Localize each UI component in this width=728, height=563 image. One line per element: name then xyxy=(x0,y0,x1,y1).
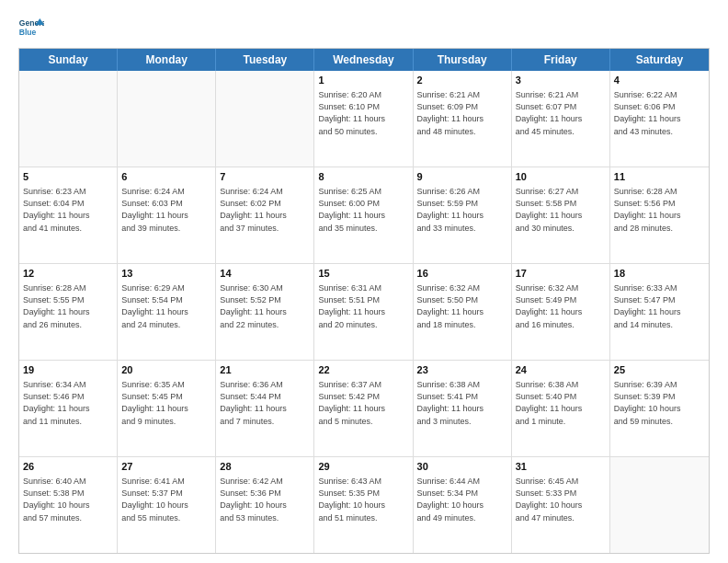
calendar: Sunday Monday Tuesday Wednesday Thursday… xyxy=(18,48,710,554)
cell-day-number: 19 xyxy=(23,363,113,377)
calendar-week-3: 12Sunrise: 6:28 AM Sunset: 5:55 PM Dayli… xyxy=(19,264,709,361)
cell-info: Sunrise: 6:24 AM Sunset: 6:03 PM Dayligh… xyxy=(121,186,211,234)
calendar-cell-3-4: 15Sunrise: 6:31 AM Sunset: 5:51 PM Dayli… xyxy=(314,264,413,360)
day-header-sunday: Sunday xyxy=(19,49,118,71)
calendar-cell-4-6: 24Sunrise: 6:38 AM Sunset: 5:40 PM Dayli… xyxy=(512,361,610,456)
header: General Blue xyxy=(18,15,710,40)
calendar-cell-5-1: 26Sunrise: 6:40 AM Sunset: 5:38 PM Dayli… xyxy=(19,457,118,553)
calendar-cell-5-3: 28Sunrise: 6:42 AM Sunset: 5:36 PM Dayli… xyxy=(216,457,314,553)
cell-day-number: 20 xyxy=(121,363,211,377)
calendar-cell-5-6: 31Sunrise: 6:45 AM Sunset: 5:33 PM Dayli… xyxy=(512,457,610,553)
calendar-cell-2-4: 8Sunrise: 6:25 AM Sunset: 6:00 PM Daylig… xyxy=(314,167,413,263)
cell-day-number: 29 xyxy=(318,460,408,474)
cell-day-number: 6 xyxy=(121,170,211,184)
cell-day-number: 7 xyxy=(220,170,310,184)
day-header-friday: Friday xyxy=(512,49,610,71)
svg-text:Blue: Blue xyxy=(19,28,37,37)
day-header-monday: Monday xyxy=(118,49,216,71)
cell-info: Sunrise: 6:28 AM Sunset: 5:55 PM Dayligh… xyxy=(23,282,113,330)
calendar-week-5: 26Sunrise: 6:40 AM Sunset: 5:38 PM Dayli… xyxy=(19,457,709,553)
cell-day-number: 14 xyxy=(220,267,310,281)
logo-icon: General Blue xyxy=(18,15,44,40)
calendar-cell-3-2: 13Sunrise: 6:29 AM Sunset: 5:54 PM Dayli… xyxy=(118,264,216,360)
calendar-cell-4-4: 22Sunrise: 6:37 AM Sunset: 5:42 PM Dayli… xyxy=(314,361,413,456)
cell-day-number: 28 xyxy=(220,460,310,474)
cell-day-number: 22 xyxy=(318,363,408,377)
cell-info: Sunrise: 6:40 AM Sunset: 5:38 PM Dayligh… xyxy=(23,476,113,523)
cell-day-number: 18 xyxy=(614,267,705,281)
cell-info: Sunrise: 6:31 AM Sunset: 5:51 PM Dayligh… xyxy=(318,282,408,330)
cell-info: Sunrise: 6:35 AM Sunset: 5:45 PM Dayligh… xyxy=(121,379,211,427)
cell-day-number: 4 xyxy=(614,74,705,87)
cell-info: Sunrise: 6:41 AM Sunset: 5:37 PM Dayligh… xyxy=(121,476,211,523)
calendar-cell-1-4: 1Sunrise: 6:20 AM Sunset: 6:10 PM Daylig… xyxy=(314,71,413,167)
cell-day-number: 9 xyxy=(417,170,507,184)
calendar-cell-3-7: 18Sunrise: 6:33 AM Sunset: 5:47 PM Dayli… xyxy=(610,264,709,360)
calendar-cell-2-2: 6Sunrise: 6:24 AM Sunset: 6:03 PM Daylig… xyxy=(118,167,216,263)
calendar-cell-3-3: 14Sunrise: 6:30 AM Sunset: 5:52 PM Dayli… xyxy=(216,264,314,360)
calendar-cell-1-7: 4Sunrise: 6:22 AM Sunset: 6:06 PM Daylig… xyxy=(610,71,709,167)
cell-info: Sunrise: 6:42 AM Sunset: 5:36 PM Dayligh… xyxy=(220,476,310,523)
cell-day-number: 15 xyxy=(318,267,408,281)
cell-info: Sunrise: 6:24 AM Sunset: 6:02 PM Dayligh… xyxy=(220,186,310,234)
calendar-cell-1-6: 3Sunrise: 6:21 AM Sunset: 6:07 PM Daylig… xyxy=(512,71,610,167)
cell-day-number: 2 xyxy=(417,74,507,87)
logo: General Blue xyxy=(18,15,44,40)
cell-day-number: 8 xyxy=(318,170,408,184)
cell-day-number: 30 xyxy=(417,460,507,474)
cell-day-number: 23 xyxy=(417,363,507,377)
day-header-saturday: Saturday xyxy=(610,49,709,71)
cell-info: Sunrise: 6:21 AM Sunset: 6:07 PM Dayligh… xyxy=(516,89,606,137)
calendar-body: 1Sunrise: 6:20 AM Sunset: 6:10 PM Daylig… xyxy=(19,71,709,553)
calendar-week-4: 19Sunrise: 6:34 AM Sunset: 5:46 PM Dayli… xyxy=(19,361,709,457)
cell-info: Sunrise: 6:37 AM Sunset: 5:42 PM Dayligh… xyxy=(318,379,408,427)
calendar-cell-1-2 xyxy=(118,71,216,167)
cell-info: Sunrise: 6:34 AM Sunset: 5:46 PM Dayligh… xyxy=(23,379,113,427)
calendar-cell-4-1: 19Sunrise: 6:34 AM Sunset: 5:46 PM Dayli… xyxy=(19,361,118,456)
cell-info: Sunrise: 6:23 AM Sunset: 6:04 PM Dayligh… xyxy=(23,186,113,234)
cell-info: Sunrise: 6:39 AM Sunset: 5:39 PM Dayligh… xyxy=(614,379,705,427)
cell-day-number: 10 xyxy=(516,170,606,184)
cell-info: Sunrise: 6:38 AM Sunset: 5:40 PM Dayligh… xyxy=(516,379,606,427)
cell-info: Sunrise: 6:30 AM Sunset: 5:52 PM Dayligh… xyxy=(220,282,310,330)
calendar-cell-4-2: 20Sunrise: 6:35 AM Sunset: 5:45 PM Dayli… xyxy=(118,361,216,456)
calendar-cell-3-6: 17Sunrise: 6:32 AM Sunset: 5:49 PM Dayli… xyxy=(512,264,610,360)
day-header-wednesday: Wednesday xyxy=(314,49,413,71)
day-header-tuesday: Tuesday xyxy=(216,49,314,71)
cell-day-number: 26 xyxy=(23,460,113,474)
cell-info: Sunrise: 6:32 AM Sunset: 5:49 PM Dayligh… xyxy=(516,282,606,330)
calendar-cell-1-3 xyxy=(216,71,314,167)
calendar-cell-2-5: 9Sunrise: 6:26 AM Sunset: 5:59 PM Daylig… xyxy=(414,167,512,263)
cell-day-number: 1 xyxy=(318,74,408,87)
calendar-cell-2-1: 5Sunrise: 6:23 AM Sunset: 6:04 PM Daylig… xyxy=(19,167,118,263)
cell-day-number: 25 xyxy=(614,363,705,377)
calendar-cell-3-5: 16Sunrise: 6:32 AM Sunset: 5:50 PM Dayli… xyxy=(414,264,512,360)
calendar-cell-2-7: 11Sunrise: 6:28 AM Sunset: 5:56 PM Dayli… xyxy=(610,167,709,263)
cell-info: Sunrise: 6:33 AM Sunset: 5:47 PM Dayligh… xyxy=(614,282,705,330)
calendar-cell-4-7: 25Sunrise: 6:39 AM Sunset: 5:39 PM Dayli… xyxy=(610,361,709,456)
cell-info: Sunrise: 6:36 AM Sunset: 5:44 PM Dayligh… xyxy=(220,379,310,427)
calendar-cell-2-3: 7Sunrise: 6:24 AM Sunset: 6:02 PM Daylig… xyxy=(216,167,314,263)
cell-info: Sunrise: 6:26 AM Sunset: 5:59 PM Dayligh… xyxy=(417,186,507,234)
cell-info: Sunrise: 6:29 AM Sunset: 5:54 PM Dayligh… xyxy=(121,282,211,330)
cell-info: Sunrise: 6:28 AM Sunset: 5:56 PM Dayligh… xyxy=(614,186,705,234)
cell-info: Sunrise: 6:45 AM Sunset: 5:33 PM Dayligh… xyxy=(516,476,606,523)
cell-day-number: 24 xyxy=(516,363,606,377)
cell-day-number: 12 xyxy=(23,267,113,281)
calendar-week-1: 1Sunrise: 6:20 AM Sunset: 6:10 PM Daylig… xyxy=(19,71,709,167)
calendar-cell-2-6: 10Sunrise: 6:27 AM Sunset: 5:58 PM Dayli… xyxy=(512,167,610,263)
cell-day-number: 3 xyxy=(516,74,606,87)
cell-day-number: 31 xyxy=(516,460,606,474)
cell-info: Sunrise: 6:44 AM Sunset: 5:34 PM Dayligh… xyxy=(417,476,507,523)
calendar-cell-5-7 xyxy=(610,457,709,553)
cell-info: Sunrise: 6:32 AM Sunset: 5:50 PM Dayligh… xyxy=(417,282,507,330)
page: General Blue Sunday Monday Tuesday Wedne… xyxy=(0,0,728,563)
cell-day-number: 16 xyxy=(417,267,507,281)
cell-info: Sunrise: 6:20 AM Sunset: 6:10 PM Dayligh… xyxy=(318,89,408,137)
cell-day-number: 13 xyxy=(121,267,211,281)
day-header-thursday: Thursday xyxy=(414,49,512,71)
cell-day-number: 17 xyxy=(516,267,606,281)
cell-info: Sunrise: 6:22 AM Sunset: 6:06 PM Dayligh… xyxy=(614,89,705,137)
calendar-cell-4-5: 23Sunrise: 6:38 AM Sunset: 5:41 PM Dayli… xyxy=(414,361,512,456)
cell-day-number: 27 xyxy=(121,460,211,474)
